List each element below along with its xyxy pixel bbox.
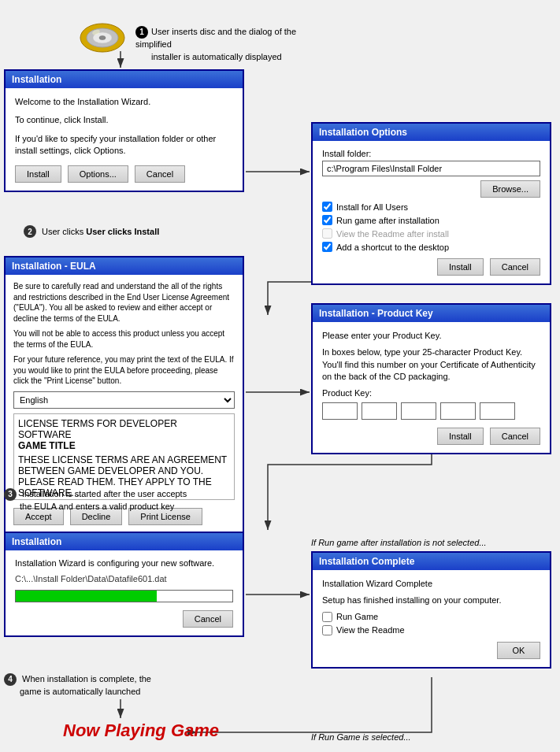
product-key-inputs: [322, 402, 540, 420]
step3-text1: Installation is started after the user a…: [22, 489, 187, 498]
progress-cancel-button[interactable]: Cancel: [183, 610, 233, 628]
folder-label: Install folder:: [322, 149, 540, 158]
ok-button[interactable]: OK: [497, 642, 540, 659]
check-readme: [322, 228, 332, 239]
step4-circle: 4: [4, 673, 17, 686]
step4-label: 4 When installation is complete, the gam…: [4, 673, 151, 698]
progress-window: Installation Installation Wizard is conf…: [4, 532, 244, 637]
install-options-title: Installation Options: [313, 124, 550, 141]
check-run-game[interactable]: [322, 215, 332, 225]
eula-heading: LICENSE TERMS FOR DEVELOPER SOFTWARE: [18, 418, 230, 440]
complete-win-title: Installation Complete: [313, 553, 550, 570]
product-key-box-3[interactable]: [401, 402, 436, 420]
check-all-users-row: Install for All Users: [322, 202, 540, 212]
eula-text2: You will not be able to access this prod…: [13, 328, 235, 350]
step3-circle: 3: [4, 488, 17, 501]
installation-window-1: Installation Welcome to the Installation…: [4, 69, 244, 192]
installation-complete-window: Installation Complete Installation Wizar…: [311, 551, 551, 669]
disc-icon: [79, 21, 126, 57]
check-all-users[interactable]: [322, 202, 332, 212]
product-key-box-1[interactable]: [322, 402, 358, 420]
install-button-1[interactable]: Install: [15, 165, 61, 183]
step3-text2: the EULA and enters a valid product key: [4, 502, 174, 511]
install-win1-line1: Welcome to the Installation Wizard.: [15, 96, 233, 108]
check-run-game-row: Run game after installation: [322, 215, 540, 225]
options-install-button[interactable]: Install: [437, 258, 484, 276]
check-shortcut-row: Add a shortcut to the desktop: [322, 242, 540, 252]
product-key-box-5[interactable]: [480, 402, 515, 420]
eula-language-select[interactable]: English: [13, 391, 235, 409]
eula-text-area[interactable]: LICENSE TERMS FOR DEVELOPER SOFTWARE GAM…: [13, 413, 235, 500]
complete-text2: Setup has finished installing on your co…: [322, 595, 540, 606]
folder-input[interactable]: [322, 161, 540, 176]
product-key-title: Installation - Product Key: [313, 305, 550, 322]
product-key-text2: In boxes below, type your 25-character P…: [322, 346, 540, 383]
eula-text1: Be sure to carefully read and understand…: [13, 281, 235, 324]
product-key-cancel-button[interactable]: Cancel: [490, 428, 540, 445]
browse-button[interactable]: Browse...: [480, 180, 540, 198]
check-shortcut-label: Add a shortcut to the desktop: [336, 243, 449, 252]
file-path: C:\...\Install Folder\Data\Datafile601.d…: [15, 574, 233, 583]
step4-text2: game is automatically launched: [4, 687, 140, 696]
install-win1-title: Installation: [6, 71, 243, 88]
cancel-button-1[interactable]: Cancel: [135, 165, 185, 183]
complete-check-readme[interactable]: [322, 625, 332, 635]
options-button[interactable]: Options...: [68, 165, 128, 183]
complete-check-readme-label: View the Readme: [336, 625, 405, 635]
check-readme-row: View the Readme after install: [322, 228, 540, 239]
complete-text1: Installation Wizard Complete: [322, 578, 540, 590]
product-key-box-4[interactable]: [440, 402, 476, 420]
product-key-label: Product Key:: [322, 388, 540, 398]
step1-circle: 1: [135, 26, 148, 39]
step2-circle: 2: [24, 225, 36, 238]
complete-check-run[interactable]: [322, 612, 332, 622]
install-win1-line3: If you'd like to specify your installati…: [15, 133, 233, 157]
run-game-selected-label: If Run Game is selected...: [311, 732, 411, 742]
step2-text: User clicks User clicks Install: [42, 227, 159, 236]
progress-text: Installation Wizard is configuring your …: [15, 558, 233, 568]
check-all-users-label: Install for All Users: [336, 202, 408, 212]
options-cancel-button[interactable]: Cancel: [490, 258, 540, 276]
eula-game-title: GAME TITLE: [18, 440, 230, 451]
product-key-box-2[interactable]: [362, 402, 397, 420]
product-key-text1: Please enter your Product Key.: [322, 330, 540, 342]
eula-win-title: Installation - EULA: [6, 257, 243, 275]
step2-label: 2 User clicks User clicks Install: [24, 225, 159, 238]
step3-label: 3 Installation is started after the user…: [4, 488, 187, 513]
complete-check-run-label: Run Game: [336, 612, 378, 621]
progress-win-title: Installation: [6, 533, 243, 550]
run-game-not-selected-label: If Run game after installation is not se…: [311, 538, 487, 547]
check-run-game-label: Run game after installation: [336, 216, 439, 225]
svg-point-10: [99, 36, 106, 40]
complete-check-readme-row: View the Readme: [322, 625, 540, 635]
check-readme-label: View the Readme after install: [336, 229, 449, 239]
check-shortcut[interactable]: [322, 242, 332, 252]
progress-bar-container: [15, 590, 233, 602]
eula-text3: For your future reference, you may print…: [13, 354, 235, 387]
now-playing-text: Now Playing Game: [63, 721, 219, 741]
product-key-install-button[interactable]: Install: [437, 428, 484, 445]
installation-options-window: Installation Options Install folder: Bro…: [311, 122, 551, 285]
step4-text1: When installation is complete, the: [22, 674, 151, 683]
complete-check-run-row: Run Game: [322, 612, 540, 622]
product-key-window: Installation - Product Key Please enter …: [311, 303, 551, 454]
progress-bar-fill: [16, 591, 157, 602]
step1-text: 1User inserts disc and the dialog of the…: [135, 20, 299, 64]
install-win1-line2: To continue, click Install.: [15, 114, 233, 126]
